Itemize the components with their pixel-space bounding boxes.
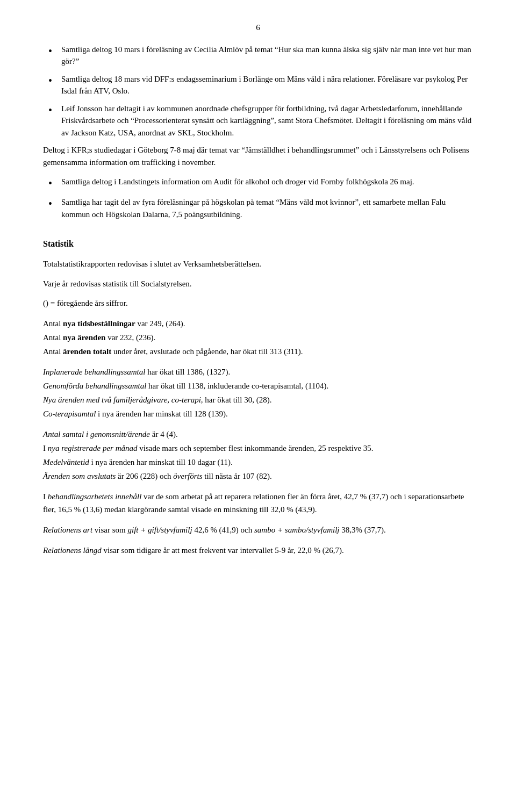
- stat3-line: Antal ärenden totalt under året, avsluta…: [43, 345, 473, 358]
- stat1-suffix: var 249, (264).: [135, 319, 185, 328]
- stat11-bold2: överförts: [173, 472, 202, 480]
- stat5-suffix: har ökat till 1138, inkluderande co-tera…: [146, 382, 328, 390]
- stat-block-5: Relationens art visar som gift + gift/st…: [43, 523, 473, 536]
- stat7-line: Co-terapisamtal i nya ärenden har minska…: [43, 407, 473, 420]
- stat11-line: Ärenden som avslutats är 206 (228) och ö…: [43, 470, 473, 483]
- bullet-dot: •: [48, 103, 58, 118]
- stat4-line: Inplanerade behandlingssamtal har ökat t…: [43, 365, 473, 378]
- stat8-line: Antal samtal i genomsnitt/ärende är 4 (4…: [43, 428, 473, 441]
- stat9-prefix: I: [43, 444, 48, 452]
- stat-block-3: Antal samtal i genomsnitt/ärende är 4 (4…: [43, 428, 473, 483]
- list-item: • Samtliga deltog 10 mars i föreläsning …: [43, 44, 473, 68]
- stat10-line: Medelväntetid i nya ärenden har minskat …: [43, 456, 473, 469]
- statistik-para3: () = föregående års siffror.: [43, 297, 473, 310]
- bullet-text: Samtliga deltog i Landstingets informati…: [61, 176, 473, 188]
- stat4-bold: Inplanerade behandlingssamtal: [43, 368, 145, 376]
- bullet-list-1: • Samtliga deltog 10 mars i föreläsning …: [43, 44, 473, 139]
- stat12-bold: behandlingsarbetets innehåll: [48, 492, 142, 501]
- stat11-suffix: till nästa år 107 (82).: [203, 472, 272, 480]
- stat9-suffix: visade mars och september flest inkomman…: [138, 444, 374, 452]
- stat9-line: I nya registrerade per månad visade mars…: [43, 442, 473, 455]
- stat2-bold: nya ärenden: [63, 333, 105, 342]
- stat2-suffix: var 232, (236).: [105, 333, 155, 342]
- stat-block-4: I behandlingsarbetets innehåll var de so…: [43, 490, 473, 516]
- stat3-prefix: Antal: [43, 347, 63, 356]
- stat2-prefix: Antal: [43, 333, 63, 342]
- stat6-suffix: har ökat till 30, (28).: [203, 396, 272, 404]
- stat4-suffix: har ökat till 1386, (1327).: [145, 368, 230, 376]
- stat2-line: Antal nya ärenden var 232, (236).: [43, 331, 473, 344]
- stat7-suffix: i nya ärenden har minskat till 128 (139)…: [96, 409, 227, 418]
- list-item: • Samtliga har tagit del av fyra föreläs…: [43, 196, 473, 220]
- stat3-suffix: under året, avslutade och pågående, har …: [111, 347, 303, 356]
- stat13-bold3: sambo + sambo/styvfamilj: [254, 526, 339, 534]
- stat-block-1: Antal nya tidsbeställningar var 249, (26…: [43, 317, 473, 358]
- stat8-suffix: är 4 (4).: [150, 430, 178, 439]
- stat9-bold: nya registrerade per månad: [48, 444, 138, 452]
- stat5-bold: Genomförda behandlingssamtal: [43, 382, 146, 390]
- statistik-heading: Statistik: [43, 238, 473, 250]
- bullet-dot: •: [48, 73, 58, 88]
- stat13-mid: visar som: [92, 526, 127, 534]
- stat13-suffix: 38,3% (37,7).: [339, 526, 385, 534]
- stat13-bold: Relationens art: [43, 526, 92, 534]
- stat14-suffix: visar som tidigare år att mest frekvent …: [102, 546, 344, 555]
- stat13-bold2: gift + gift/styvfamilj: [128, 526, 192, 534]
- stat7-bold: Co-terapisamtal: [43, 409, 96, 418]
- bullet-text: Samtliga har tagit del av fyra föreläsni…: [61, 196, 473, 220]
- bullet-list-2: • Samtliga deltog i Landstingets informa…: [43, 176, 473, 220]
- stat6-bold: Nya ärenden med två familjerådgivare, co…: [43, 396, 203, 404]
- bullet-dot: •: [48, 44, 58, 59]
- stat5-line: Genomförda behandlingssamtal har ökat ti…: [43, 379, 473, 392]
- stat11-mid: är 206 (228) och: [116, 472, 173, 480]
- bullet-text: Samtliga deltog 10 mars i föreläsning av…: [61, 44, 473, 68]
- stat12-prefix: I: [43, 492, 48, 501]
- list-item: • Samtliga deltog i Landstingets informa…: [43, 176, 473, 191]
- stat10-bold: Medelväntetid: [43, 458, 89, 466]
- stat13-mid2: 42,6 % (41,9) och: [192, 526, 254, 534]
- stat10-suffix: i nya ärenden har minskat till 10 dagar …: [89, 458, 233, 466]
- stat3-bold: ärenden totalt: [63, 347, 111, 356]
- stat14-bold: Relationens längd: [43, 546, 102, 555]
- stat13-line: Relationens art visar som gift + gift/st…: [43, 523, 473, 536]
- page-number: 6: [43, 21, 473, 34]
- stat1-bold: nya tidsbeställningar: [63, 319, 135, 328]
- bullet-dot: •: [48, 196, 58, 211]
- statistik-para1: Totalstatistikrapporten redovisas i slut…: [43, 258, 473, 270]
- stat12-line: I behandlingsarbetets innehåll var de so…: [43, 490, 473, 516]
- stat11-bold: Ärenden som avslutats: [43, 472, 116, 480]
- stat1-line: Antal nya tidsbeställningar var 249, (26…: [43, 317, 473, 330]
- stat1-prefix: Antal: [43, 319, 63, 328]
- stat8-bold: Antal samtal i genomsnitt/ärende: [43, 430, 150, 439]
- bullet-text: Leif Jonsson har deltagit i av kommunen …: [61, 103, 473, 139]
- stat-block-2: Inplanerade behandlingssamtal har ökat t…: [43, 365, 473, 420]
- stat6-line: Nya ärenden med två familjerådgivare, co…: [43, 393, 473, 406]
- statistik-para2: Varje år redovisas statistik till Social…: [43, 278, 473, 290]
- list-item: • Leif Jonsson har deltagit i av kommune…: [43, 103, 473, 139]
- bullet-dot: •: [48, 176, 58, 191]
- bullet-text: Samtliga deltog 18 mars vid DFF:s endags…: [61, 73, 473, 97]
- stat14-line: Relationens längd visar som tidigare år …: [43, 544, 473, 557]
- stat-block-6: Relationens längd visar som tidigare år …: [43, 544, 473, 557]
- non-bullet-para1: Deltog i KFR;s studiedagar i Göteborg 7-…: [43, 144, 473, 168]
- list-item: • Samtliga deltog 18 mars vid DFF:s enda…: [43, 73, 473, 97]
